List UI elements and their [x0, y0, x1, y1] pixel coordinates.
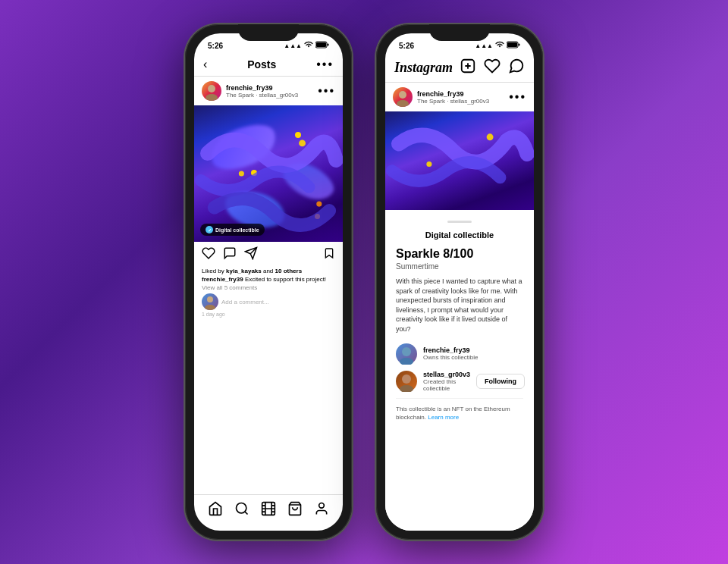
like-icon[interactable]	[202, 246, 215, 263]
panel-handle	[447, 221, 472, 223]
notch-left	[238, 24, 299, 41]
caption: frenchie_fry39 Excited to support this p…	[202, 276, 335, 283]
post-user-info-left: frenchie_fry39 The Spark · stellas_gr00v…	[226, 84, 318, 99]
ig-add-icon[interactable]	[460, 58, 476, 77]
post-header-left: frenchie_fry39 The Spark · stellas_gr00v…	[194, 77, 343, 105]
svg-point-35	[400, 358, 413, 365]
share-icon[interactable]	[244, 246, 258, 263]
svg-point-6	[239, 171, 244, 176]
nft-title: Sparkle 8/100	[396, 247, 523, 261]
svg-point-3	[208, 85, 215, 92]
nav-shop[interactable]	[287, 501, 303, 520]
post-more-right[interactable]: •••	[509, 90, 526, 104]
following-button[interactable]: Following	[476, 374, 525, 389]
owner-info: frenchie_fry39 Owns this collectible	[423, 346, 523, 361]
svg-point-7	[316, 202, 322, 207]
post-username-right: frenchie_fry39	[417, 90, 509, 98]
svg-point-23	[319, 503, 325, 509]
liked-text: Liked by kyia_kayaks and 10 others	[202, 268, 335, 274]
nft-subtitle: Summertime	[396, 262, 523, 271]
svg-point-31	[397, 100, 409, 107]
learn-more-link[interactable]: Learn more	[428, 414, 459, 421]
collectible-panel: Digital collectible Sparkle 8/100 Summer…	[385, 210, 534, 531]
badge-label: Digital collectible	[215, 227, 259, 233]
svg-point-32	[487, 133, 494, 140]
post-subtitle-right: The Spark · stellas_gr00v3	[417, 98, 509, 105]
back-button[interactable]: ‹	[203, 58, 207, 71]
post-subtitle-left: The Spark · stellas_gr00v3	[226, 92, 318, 99]
nav-home[interactable]	[208, 501, 223, 520]
creator-row: stellas_gr00v3 Created this collectible …	[396, 371, 523, 392]
post-image-bg-right	[385, 111, 534, 210]
timestamp: 1 day ago	[202, 312, 335, 317]
post-image-right	[385, 111, 534, 210]
owner-username: frenchie_fry39	[423, 346, 523, 354]
ig-message-icon[interactable]	[508, 58, 525, 77]
add-comment-row: Add a comment...	[202, 293, 335, 310]
post-more-left[interactable]: •••	[318, 84, 335, 98]
battery-icon-right	[507, 41, 520, 50]
svg-point-12	[236, 503, 246, 513]
app-header-left: ‹ Posts •••	[194, 55, 343, 77]
svg-point-10	[207, 296, 213, 302]
signal-icon-right: ▲▲▲	[475, 42, 493, 49]
wifi-icon-right	[495, 41, 504, 50]
art-svg	[194, 105, 343, 242]
notch-right	[429, 24, 490, 41]
svg-point-30	[399, 91, 406, 99]
svg-rect-2	[328, 44, 329, 46]
svg-point-33	[426, 161, 431, 167]
art-svg-right	[385, 111, 534, 210]
phone-left: 5:26 ▲▲▲	[185, 24, 352, 540]
ig-heart-icon[interactable]	[484, 58, 500, 77]
user-avatar-left[interactable]	[202, 81, 221, 101]
svg-point-11	[205, 305, 215, 310]
ig-logo: Instagram	[394, 60, 453, 76]
creator-username: stellas_gr00v3	[423, 371, 470, 378]
action-bar-left	[194, 242, 343, 268]
ig-header: Instagram	[385, 55, 534, 83]
status-icons-right: ▲▲▲	[475, 41, 520, 50]
post-username-left: frenchie_fry39	[226, 84, 318, 92]
user-avatar-right[interactable]	[393, 87, 413, 107]
view-comments[interactable]: View all 5 comments	[202, 284, 335, 291]
svg-line-13	[245, 512, 248, 515]
battery-icon-left	[315, 41, 329, 50]
wifi-icon-left	[304, 41, 313, 50]
owner-row: frenchie_fry39 Owns this collectible	[396, 343, 523, 365]
svg-point-4	[206, 94, 218, 101]
post-header-right: frenchie_fry39 The Spark · stellas_gr00v…	[385, 83, 534, 111]
owner-role: Owns this collectible	[423, 354, 523, 361]
svg-point-34	[402, 347, 411, 356]
status-time-right: 5:26	[399, 42, 414, 50]
creator-info: stellas_gr00v3 Created this collectible	[423, 371, 470, 392]
svg-rect-1	[316, 42, 326, 47]
nav-reels[interactable]	[261, 501, 276, 520]
panel-title: Digital collectible	[396, 230, 523, 240]
post-text-left: Liked by kyia_kayaks and 10 others frenc…	[194, 268, 343, 320]
status-time-left: 5:26	[208, 42, 223, 50]
nft-footer: This collectible is an NFT on the Ethere…	[396, 398, 523, 421]
owner-avatar	[396, 343, 417, 365]
nav-profile[interactable]	[314, 501, 329, 520]
comment-icon[interactable]	[223, 246, 237, 263]
badge-check-icon: ✓	[206, 226, 213, 233]
svg-point-5	[299, 139, 306, 146]
caption-text: Excited to support this project!	[243, 276, 326, 283]
nav-search[interactable]	[234, 501, 249, 520]
bookmark-icon[interactable]	[323, 246, 335, 263]
creator-role: Created this collectible	[423, 378, 470, 392]
post-image-left: ✓ Digital collectible	[194, 105, 343, 242]
more-button-left[interactable]: •••	[316, 58, 334, 71]
post-user-info-right: frenchie_fry39 The Spark · stellas_gr00v…	[417, 90, 509, 105]
svg-rect-25	[507, 42, 517, 47]
post-image-bg-left	[194, 105, 343, 242]
svg-rect-26	[519, 44, 520, 46]
like-comment-share-icons	[202, 246, 323, 263]
bottom-nav-left	[194, 494, 343, 531]
svg-point-37	[400, 385, 413, 392]
ig-header-icons	[460, 58, 525, 77]
signal-icon-left: ▲▲▲	[284, 42, 302, 49]
add-comment-placeholder[interactable]: Add a comment...	[221, 299, 269, 306]
creator-avatar	[396, 371, 417, 392]
